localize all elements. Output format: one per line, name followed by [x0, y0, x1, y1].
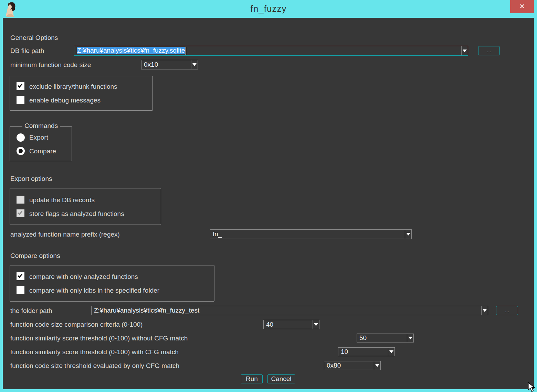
commands-legend: Commands [22, 122, 60, 130]
chevron-down-icon [483, 309, 487, 312]
export-options-heading: Export options [10, 175, 52, 183]
db-path-browse-button[interactable]: ... [478, 46, 500, 55]
radio-dot [19, 149, 23, 153]
similarity-with-cfg-value: 10 [338, 348, 388, 356]
check-icon [18, 210, 22, 215]
compare-analyzed-checkbox[interactable] [17, 272, 24, 280]
chevron-down-icon [375, 364, 379, 367]
commands-group: Commands [10, 126, 72, 161]
chevron-down-icon [408, 337, 412, 339]
chevron-down-icon [406, 233, 410, 236]
similarity-with-cfg-dropdown[interactable]: 10 [338, 347, 395, 356]
general-checkbox-group [10, 76, 153, 111]
export-radio[interactable] [17, 133, 25, 142]
similarity-with-cfg-label: function similarity score threshold (0-1… [10, 348, 179, 356]
prefix-label: analyzed function name prefix (regex) [10, 231, 120, 238]
criteria-dropdown-button[interactable] [313, 320, 319, 329]
folder-path-browse-button[interactable]: ... [496, 306, 518, 315]
exclude-library-checkbox[interactable] [17, 82, 24, 90]
compare-radio[interactable] [17, 147, 25, 155]
update-db-checkbox[interactable] [17, 196, 24, 204]
compare-checkbox-group [10, 265, 214, 302]
similarity-without-cfg-label: function similarity score threshold (0-1… [10, 335, 188, 342]
folder-path-label: the folder path [10, 307, 52, 315]
compare-idbs-checkbox[interactable] [17, 286, 24, 294]
chevron-down-icon [389, 350, 393, 353]
folder-path-combobox[interactable]: Z:¥haru¥analysis¥tics¥fn_fuzzy_test [91, 306, 488, 315]
db-path-dropdown-button[interactable] [461, 46, 468, 55]
run-button[interactable]: Run [241, 374, 263, 383]
compare-radio-label[interactable]: Compare [29, 148, 56, 155]
export-checkbox-group [10, 188, 161, 225]
db-file-path-value[interactable]: Z:¥haru¥analysis¥tics¥fn_fuzzy.sqlite [74, 47, 461, 55]
db-file-path-combobox[interactable]: Z:¥haru¥analysis¥tics¥fn_fuzzy.sqlite [74, 46, 468, 56]
chevron-down-icon [314, 323, 318, 326]
chevron-down-icon [192, 63, 197, 66]
db-file-path-label: DB file path [10, 47, 44, 55]
chevron-down-icon [463, 50, 467, 52]
compare-idbs-label[interactable]: compare with only idbs in the specified … [29, 287, 159, 294]
similarity-without-cfg-value: 50 [357, 334, 407, 342]
size-threshold-cfg-value: 0x80 [324, 362, 374, 369]
similarity-cfg-dropdown-button[interactable] [388, 348, 394, 356]
size-threshold-cfg-label: function code size threshold evaluated b… [10, 362, 179, 370]
folder-path-dropdown-button[interactable] [481, 306, 488, 315]
size-threshold-dropdown-button[interactable] [374, 361, 380, 370]
text-caret [186, 47, 186, 55]
prefix-combobox[interactable]: fn_ [210, 229, 412, 239]
compare-analyzed-label[interactable]: compare with only analyzed functions [29, 273, 138, 281]
min-code-size-value: 0x10 [141, 61, 191, 68]
mouse-cursor [528, 382, 537, 392]
title-bar[interactable]: fn_fuzzy × [0, 0, 537, 18]
window-title: fn_fuzzy [0, 3, 537, 14]
update-db-label[interactable]: update the DB records [29, 196, 95, 204]
exclude-library-label[interactable]: exclude library/thunk functions [29, 83, 117, 90]
compare-options-heading: Compare options [10, 252, 60, 260]
min-code-size-label: minimum function code size [10, 61, 91, 69]
min-code-size-dropdown-button[interactable] [191, 60, 198, 69]
general-options-heading: General Options [10, 34, 58, 42]
similarity-dropdown-button[interactable] [407, 334, 413, 342]
close-button[interactable]: × [510, 0, 534, 13]
cancel-button[interactable]: Cancel [267, 374, 295, 383]
store-flags-label[interactable]: store flags as analyzed functions [29, 210, 124, 218]
size-threshold-cfg-dropdown[interactable]: 0x80 [324, 361, 381, 370]
enable-debug-label[interactable]: enable debug messages [29, 97, 101, 104]
code-size-criteria-value: 40 [264, 321, 313, 328]
code-size-criteria-label: function code size comparison criteria (… [10, 321, 143, 328]
store-flags-checkbox[interactable] [17, 209, 24, 217]
check-icon [18, 273, 22, 278]
folder-path-value[interactable]: Z:¥haru¥analysis¥tics¥fn_fuzzy_test [92, 307, 481, 314]
code-size-criteria-dropdown[interactable]: 40 [263, 320, 319, 329]
similarity-without-cfg-dropdown[interactable]: 50 [357, 334, 414, 342]
prefix-value[interactable]: fn_ [210, 230, 405, 238]
check-icon [18, 83, 22, 88]
min-code-size-dropdown[interactable]: 0x10 [141, 60, 198, 69]
enable-debug-checkbox[interactable] [17, 96, 24, 104]
prefix-dropdown-button[interactable] [405, 230, 411, 239]
export-radio-label[interactable]: Export [29, 134, 48, 141]
